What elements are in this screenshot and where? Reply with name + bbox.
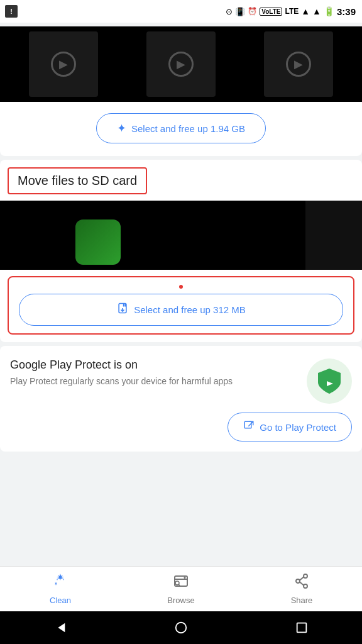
status-left: ! [5, 5, 18, 18]
svg-point-12 [304, 574, 307, 578]
share-icon [293, 573, 310, 593]
play-icon-3: ▶ [286, 52, 311, 77]
svg-point-9 [184, 577, 186, 579]
svg-line-16 [300, 582, 304, 586]
go-to-play-protect-button[interactable]: Go to Play Protect [228, 413, 352, 441]
free-up-btn-container: ✦ Select and free up 1.94 GB [0, 102, 362, 156]
nav-item-share[interactable]: Share [241, 573, 362, 605]
thumbnails-row: ▶ ▶ ▶ [0, 26, 362, 102]
svg-line-15 [300, 577, 304, 580]
free-up-1-94gb-button[interactable]: ✦ Select and free up 1.94 GB [96, 113, 266, 143]
nav-item-browse[interactable]: Browse [121, 573, 241, 605]
alarm-icon: ⏰ [248, 7, 257, 16]
play-protect-icon-wrapper [307, 358, 352, 404]
external-link-icon [243, 420, 255, 434]
play-protect-text: Google Play Protect is on Play Protect r… [10, 358, 297, 388]
thumbnail-2: ▶ [146, 31, 216, 97]
notification-icon: ! [5, 5, 18, 18]
volte-badge: VoLTE [260, 8, 282, 16]
play-shield-icon [315, 367, 343, 395]
svg-marker-17 [58, 623, 65, 633]
select-sd-button[interactable]: Select and free up 312 MB [19, 294, 343, 326]
nav-item-clean[interactable]: Clean [0, 573, 121, 605]
home-button[interactable] [170, 616, 192, 639]
nav-label-share: Share [291, 596, 313, 605]
top-card: ▶ ▶ ▶ ✦ Select and free up 1.94 GB [0, 26, 362, 156]
svg-rect-19 [297, 623, 307, 633]
svg-point-14 [304, 584, 307, 588]
battery-icon: 🔋 [324, 6, 334, 16]
move-files-images [0, 201, 362, 270]
bottom-nav: Clean Browse Share [0, 566, 362, 611]
lte-label: LTE [285, 7, 299, 16]
main-content: ▶ ▶ ▶ ✦ Select and free up 1.94 GB Move … [0, 23, 362, 566]
move-files-header: Move files to SD card [8, 167, 147, 194]
clean-icon [52, 573, 69, 593]
nav-label-browse: Browse [167, 596, 194, 605]
thumbnail-1: ▶ [29, 31, 98, 97]
play-protect-card: Google Play Protect is on Play Protect r… [0, 346, 362, 452]
play-protect-description: Play Protect regularly scans your device… [10, 375, 297, 388]
system-nav [0, 611, 362, 644]
svg-line-11 [178, 584, 180, 586]
thumbnail-3: ▶ [264, 31, 333, 97]
sd-card-icon [116, 302, 129, 318]
svg-point-18 [176, 623, 187, 633]
play-protect-title: Google Play Protect is on [10, 358, 297, 372]
status-right: ⊙ 📳 ⏰ VoLTE LTE ▲ ▲ 🔋 3:39 [226, 6, 356, 17]
signal-icon2: ▲ [312, 6, 321, 16]
select-sd-label: Select and free up 312 MB [134, 304, 246, 315]
svg-point-10 [175, 581, 179, 585]
browse-icon [173, 573, 189, 593]
move-files-card: Move files to SD card [0, 160, 362, 342]
sparkle-icon: ✦ [117, 121, 126, 135]
status-bar: ! ⊙ 📳 ⏰ VoLTE LTE ▲ ▲ 🔋 3:39 [0, 0, 362, 23]
free-up-1-94gb-label: Select and free up 1.94 GB [131, 123, 245, 134]
signal-icon: ▲ [301, 6, 310, 16]
wifi-icon: ⊙ [226, 7, 233, 16]
go-protect-btn-container: Go to Play Protect [10, 413, 352, 441]
clock: 3:39 [337, 6, 356, 17]
select-sd-wrapper: Select and free up 312 MB [8, 276, 354, 335]
play-protect-top: Google Play Protect is on Play Protect r… [10, 358, 352, 404]
recents-button[interactable] [290, 616, 313, 639]
play-icon-2: ▶ [168, 52, 194, 77]
play-icon-1: ▶ [51, 52, 76, 77]
dot-indicator [9, 282, 353, 290]
move-files-title: Move files to SD card [18, 174, 137, 187]
nav-label-clean: Clean [50, 596, 71, 605]
svg-point-13 [296, 579, 300, 583]
vibrate-icon: 📳 [235, 7, 245, 16]
go-to-play-protect-label: Go to Play Protect [260, 422, 336, 433]
carousel-dot [179, 285, 183, 289]
back-button[interactable] [49, 616, 72, 639]
